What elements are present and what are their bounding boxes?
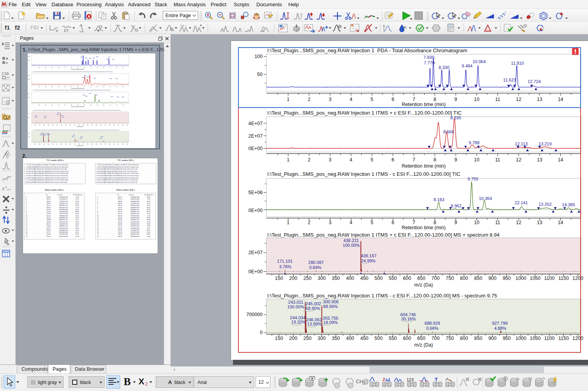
- svg-text:CH: CH: [356, 379, 363, 384]
- svg-text:J: J: [382, 377, 385, 382]
- svg-text:123: 123: [407, 377, 414, 382]
- svg-text:i: i: [505, 377, 506, 381]
- svg-text:T: T: [435, 377, 438, 382]
